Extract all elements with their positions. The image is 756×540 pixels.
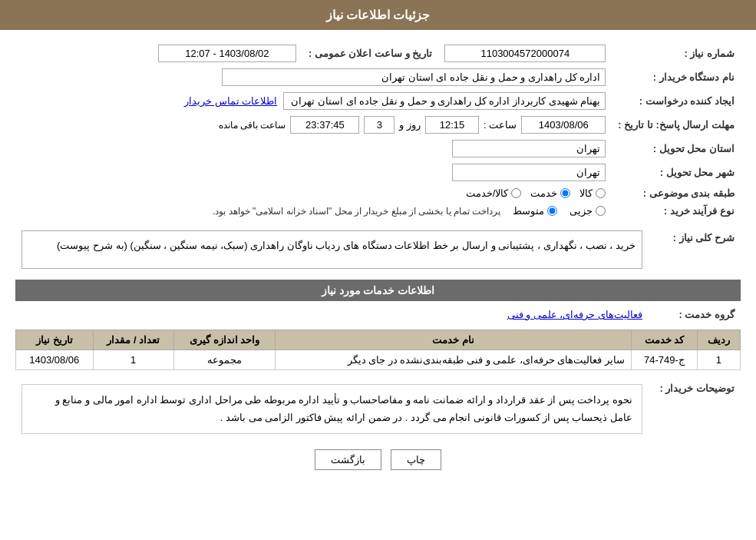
response-days: 3 — [364, 116, 395, 134]
col-quantity: تعداد / مقدار — [93, 330, 173, 350]
col-row-num: ردیف — [697, 330, 740, 350]
page-title: جزئیات اطلاعات نیاز — [326, 8, 431, 22]
process-motavaset[interactable]: متوسط — [513, 205, 557, 217]
cell-service-name: سایر فعالیت‌های حرفه‌ای، علمی و فنی طبقه… — [276, 350, 632, 370]
announcement-date-value: 1403/08/02 - 12:07 — [158, 45, 296, 62]
cell-unit: مجموعه — [173, 350, 276, 370]
col-service-code: کد خدمت — [632, 330, 698, 350]
delivery-city-label: شهر محل تحویل : — [612, 161, 741, 184]
delivery-province-value: تهران — [452, 140, 606, 157]
response-time-label: ساعت : — [484, 119, 517, 131]
process-jozi[interactable]: جزیی — [569, 205, 606, 217]
print-button[interactable]: چاپ — [391, 449, 441, 470]
response-remaining: 23:37:45 — [290, 116, 359, 134]
back-button[interactable]: بازگشت — [315, 449, 381, 470]
cell-row-num: 1 — [697, 350, 740, 370]
delivery-city-value: تهران — [452, 164, 606, 181]
announcement-date-label: تاریخ و ساعت اعلان عمومی : — [302, 41, 438, 65]
response-remaining-label: ساعت باقی مانده — [219, 120, 286, 131]
button-row: چاپ بازگشت — [15, 449, 741, 470]
category-khadamat-label: خدمت — [530, 187, 557, 199]
process-motavaset-label: متوسط — [513, 205, 544, 217]
page-header: جزئیات اطلاعات نیاز — [0, 0, 756, 30]
response-date: 1403/08/06 — [521, 116, 606, 134]
cell-date: 1403/08/06 — [16, 350, 94, 370]
need-description-value: خرید ، نصب ، نگهداری ، پشتیبانی و ارسال … — [21, 230, 642, 269]
need-number-label: شماره نیاز : — [612, 41, 741, 65]
category-both-label: کالا/خدمت — [466, 187, 509, 199]
services-table: ردیف کد خدمت نام خدمت واحد اندازه گیری ت… — [15, 330, 741, 370]
need-number-value: 1103004572000074 — [444, 45, 606, 62]
delivery-province-label: استان محل تحویل : — [612, 137, 741, 161]
cell-service-code: ج-749-74 — [632, 350, 698, 370]
services-section-label: اطلاعات خدمات مورد نیاز — [322, 284, 435, 297]
response-deadline-label: مهلت ارسال پاسخ: تا تاریخ : — [612, 113, 741, 137]
process-note: پرداخت تمام یا بخشی از مبلغ خریدار از مح… — [213, 206, 500, 217]
creator-value: بهنام شهیدی کاربرداز اداره کل راهداری و … — [283, 92, 606, 110]
buyer-name-value: اداره کل راهداری و حمل و نقل جاده ای است… — [222, 68, 606, 86]
table-row: 1 ج-749-74 سایر فعالیت‌های حرفه‌ای، علمی… — [16, 350, 741, 370]
category-kala-label: کالا — [579, 187, 593, 199]
category-kala[interactable]: کالا — [579, 187, 606, 199]
buyer-desc-label: توضیحات خریدار : — [649, 378, 741, 437]
col-unit: واحد اندازه گیری — [173, 330, 276, 350]
buyer-name-label: نام دستگاه خریدار : — [612, 65, 741, 89]
col-service-name: نام خدمت — [276, 330, 632, 350]
cell-quantity: 1 — [93, 350, 173, 370]
response-days-label: روز و — [399, 119, 421, 131]
category-label: طبقه بندی موضوعی : — [612, 184, 741, 202]
buyer-desc-value: نحوه پرداخت پس از عقد قرارداد و ارائه ضم… — [21, 384, 642, 434]
service-group-label: گروه خدمت : — [649, 306, 741, 323]
response-time: 12:15 — [425, 116, 479, 134]
service-group-value: فعالیت‌های حرفه‌ای، علمی و فنی — [507, 309, 642, 320]
creator-label: ایجاد کننده درخواست : — [612, 89, 741, 113]
category-khadamat[interactable]: خدمت — [530, 187, 570, 199]
need-description-label: شرح کلی نیاز : — [649, 227, 741, 272]
process-jozi-label: جزیی — [569, 205, 593, 217]
col-date: تاریخ نیاز — [16, 330, 94, 350]
category-both[interactable]: کالا/خدمت — [466, 187, 522, 199]
services-section-header: اطلاعات خدمات مورد نیاز — [15, 280, 741, 301]
process-label: نوع فرآیند خرید : — [612, 202, 741, 220]
contact-link[interactable]: اطلاعات تماس خریدار — [184, 95, 277, 107]
